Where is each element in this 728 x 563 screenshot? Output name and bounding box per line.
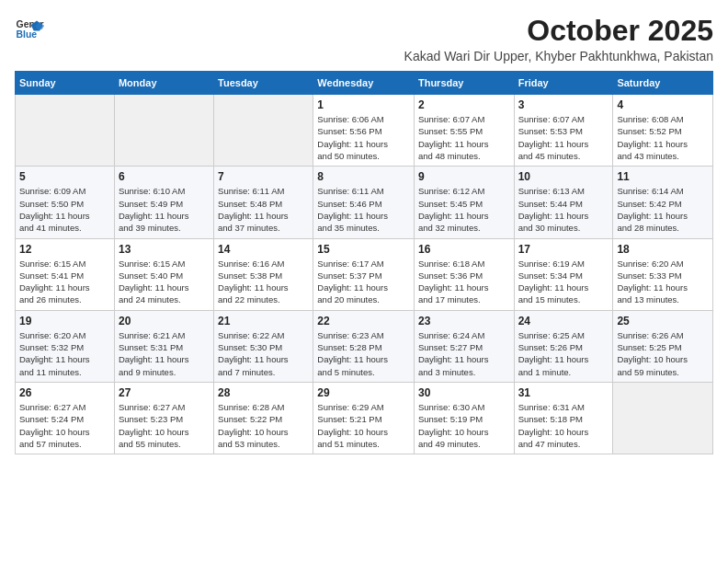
calendar-week-4: 19Sunrise: 6:20 AM Sunset: 5:32 PM Dayli…: [16, 310, 713, 382]
calendar-cell: 27Sunrise: 6:27 AM Sunset: 5:23 PM Dayli…: [114, 382, 213, 454]
calendar-cell: 21Sunrise: 6:22 AM Sunset: 5:30 PM Dayli…: [214, 310, 313, 382]
calendar-cell: [214, 95, 313, 167]
calendar-cell: [16, 95, 115, 167]
day-header-wednesday: Wednesday: [313, 72, 415, 95]
day-number: 2: [418, 98, 510, 111]
cell-content: Sunrise: 6:10 AM Sunset: 5:49 PM Dayligh…: [119, 185, 210, 234]
cell-content: Sunrise: 6:31 AM Sunset: 5:18 PM Dayligh…: [518, 401, 609, 450]
cell-content: Sunrise: 6:27 AM Sunset: 5:23 PM Dayligh…: [119, 401, 210, 450]
day-number: 18: [617, 243, 709, 256]
day-number: 13: [119, 243, 210, 256]
calendar-cell: 10Sunrise: 6:13 AM Sunset: 5:44 PM Dayli…: [514, 167, 613, 238]
calendar-cell: 16Sunrise: 6:18 AM Sunset: 5:36 PM Dayli…: [414, 238, 514, 310]
calendar-cell: 12Sunrise: 6:15 AM Sunset: 5:41 PM Dayli…: [16, 238, 115, 310]
calendar-cell: 7Sunrise: 6:11 AM Sunset: 5:48 PM Daylig…: [214, 167, 313, 238]
cell-content: Sunrise: 6:07 AM Sunset: 5:53 PM Dayligh…: [518, 113, 609, 162]
cell-content: Sunrise: 6:11 AM Sunset: 5:48 PM Dayligh…: [218, 185, 309, 234]
calendar-cell: 20Sunrise: 6:21 AM Sunset: 5:31 PM Dayli…: [114, 310, 213, 382]
day-number: 26: [19, 386, 110, 399]
day-header-monday: Monday: [114, 72, 213, 95]
calendar-week-5: 26Sunrise: 6:27 AM Sunset: 5:24 PM Dayli…: [16, 382, 713, 454]
cell-content: Sunrise: 6:29 AM Sunset: 5:21 PM Dayligh…: [317, 401, 410, 450]
calendar-cell: 11Sunrise: 6:14 AM Sunset: 5:42 PM Dayli…: [613, 167, 713, 238]
day-header-thursday: Thursday: [414, 72, 514, 95]
day-number: 27: [119, 386, 210, 399]
calendar-cell: 15Sunrise: 6:17 AM Sunset: 5:37 PM Dayli…: [313, 238, 415, 310]
cell-content: Sunrise: 6:21 AM Sunset: 5:31 PM Dayligh…: [119, 329, 210, 378]
day-number: 15: [317, 243, 410, 256]
cell-content: Sunrise: 6:18 AM Sunset: 5:36 PM Dayligh…: [418, 258, 510, 306]
calendar-cell: 28Sunrise: 6:28 AM Sunset: 5:22 PM Dayli…: [214, 382, 313, 454]
calendar-table: SundayMondayTuesdayWednesdayThursdayFrid…: [15, 71, 713, 454]
day-number: 20: [119, 315, 210, 327]
cell-content: Sunrise: 6:15 AM Sunset: 5:40 PM Dayligh…: [119, 258, 210, 306]
calendar-cell: 1Sunrise: 6:06 AM Sunset: 5:56 PM Daylig…: [313, 95, 415, 167]
day-number: 8: [317, 170, 410, 183]
calendar-week-3: 12Sunrise: 6:15 AM Sunset: 5:41 PM Dayli…: [16, 238, 713, 310]
day-number: 19: [19, 315, 110, 327]
calendar-cell: [613, 382, 713, 454]
calendar-cell: 5Sunrise: 6:09 AM Sunset: 5:50 PM Daylig…: [16, 167, 115, 238]
cell-content: Sunrise: 6:14 AM Sunset: 5:42 PM Dayligh…: [617, 185, 709, 234]
day-number: 6: [119, 170, 210, 183]
calendar-cell: 25Sunrise: 6:26 AM Sunset: 5:25 PM Dayli…: [613, 310, 713, 382]
cell-content: Sunrise: 6:07 AM Sunset: 5:55 PM Dayligh…: [418, 113, 510, 162]
month-title: October 2025: [404, 15, 713, 47]
day-header-friday: Friday: [514, 72, 613, 95]
cell-content: Sunrise: 6:08 AM Sunset: 5:52 PM Dayligh…: [617, 113, 709, 162]
day-number: 21: [218, 315, 309, 327]
day-number: 23: [418, 315, 510, 327]
cell-content: Sunrise: 6:28 AM Sunset: 5:22 PM Dayligh…: [218, 401, 309, 450]
day-number: 17: [518, 243, 609, 256]
day-number: 29: [317, 386, 410, 399]
cell-content: Sunrise: 6:26 AM Sunset: 5:25 PM Dayligh…: [617, 329, 709, 378]
cell-content: Sunrise: 6:20 AM Sunset: 5:33 PM Dayligh…: [617, 258, 709, 306]
cell-content: Sunrise: 6:16 AM Sunset: 5:38 PM Dayligh…: [218, 258, 309, 306]
calendar-cell: 31Sunrise: 6:31 AM Sunset: 5:18 PM Dayli…: [514, 382, 613, 454]
day-number: 1: [317, 98, 410, 111]
logo-icon: General Blue: [15, 15, 44, 44]
day-number: 30: [418, 386, 510, 399]
calendar-cell: 9Sunrise: 6:12 AM Sunset: 5:45 PM Daylig…: [414, 167, 514, 238]
calendar-cell: 23Sunrise: 6:24 AM Sunset: 5:27 PM Dayli…: [414, 310, 514, 382]
logo: General Blue: [15, 15, 44, 44]
day-number: 16: [418, 243, 510, 256]
calendar-week-1: 1Sunrise: 6:06 AM Sunset: 5:56 PM Daylig…: [16, 95, 713, 167]
calendar-cell: [114, 95, 213, 167]
cell-content: Sunrise: 6:23 AM Sunset: 5:28 PM Dayligh…: [317, 329, 410, 378]
day-number: 25: [617, 315, 709, 327]
cell-content: Sunrise: 6:15 AM Sunset: 5:41 PM Dayligh…: [19, 258, 110, 306]
day-number: 4: [617, 98, 709, 111]
calendar-cell: 2Sunrise: 6:07 AM Sunset: 5:55 PM Daylig…: [414, 95, 514, 167]
day-header-sunday: Sunday: [16, 72, 115, 95]
calendar-cell: 17Sunrise: 6:19 AM Sunset: 5:34 PM Dayli…: [514, 238, 613, 310]
cell-content: Sunrise: 6:13 AM Sunset: 5:44 PM Dayligh…: [518, 185, 609, 234]
day-number: 5: [19, 170, 110, 183]
page-header: General Blue October 2025 Kakad Wari Dir…: [15, 15, 713, 63]
cell-content: Sunrise: 6:17 AM Sunset: 5:37 PM Dayligh…: [317, 258, 410, 306]
cell-content: Sunrise: 6:11 AM Sunset: 5:46 PM Dayligh…: [317, 185, 410, 234]
day-number: 11: [617, 170, 709, 183]
day-header-saturday: Saturday: [613, 72, 713, 95]
cell-content: Sunrise: 6:06 AM Sunset: 5:56 PM Dayligh…: [317, 113, 410, 162]
calendar-cell: 18Sunrise: 6:20 AM Sunset: 5:33 PM Dayli…: [613, 238, 713, 310]
day-header-tuesday: Tuesday: [214, 72, 313, 95]
calendar-cell: 24Sunrise: 6:25 AM Sunset: 5:26 PM Dayli…: [514, 310, 613, 382]
cell-content: Sunrise: 6:24 AM Sunset: 5:27 PM Dayligh…: [418, 329, 510, 378]
calendar-cell: 3Sunrise: 6:07 AM Sunset: 5:53 PM Daylig…: [514, 95, 613, 167]
cell-content: Sunrise: 6:22 AM Sunset: 5:30 PM Dayligh…: [218, 329, 309, 378]
day-number: 14: [218, 243, 309, 256]
day-number: 10: [518, 170, 609, 183]
calendar-cell: 6Sunrise: 6:10 AM Sunset: 5:49 PM Daylig…: [114, 167, 213, 238]
cell-content: Sunrise: 6:19 AM Sunset: 5:34 PM Dayligh…: [518, 258, 609, 306]
calendar-cell: 13Sunrise: 6:15 AM Sunset: 5:40 PM Dayli…: [114, 238, 213, 310]
calendar-cell: 29Sunrise: 6:29 AM Sunset: 5:21 PM Dayli…: [313, 382, 415, 454]
location-title: Kakad Wari Dir Upper, Khyber Pakhtunkhwa…: [404, 49, 713, 63]
day-number: 22: [317, 315, 410, 327]
day-number: 24: [518, 315, 609, 327]
day-number: 7: [218, 170, 309, 183]
calendar-cell: 22Sunrise: 6:23 AM Sunset: 5:28 PM Dayli…: [313, 310, 415, 382]
cell-content: Sunrise: 6:27 AM Sunset: 5:24 PM Dayligh…: [19, 401, 110, 450]
day-number: 3: [518, 98, 609, 111]
day-number: 28: [218, 386, 309, 399]
